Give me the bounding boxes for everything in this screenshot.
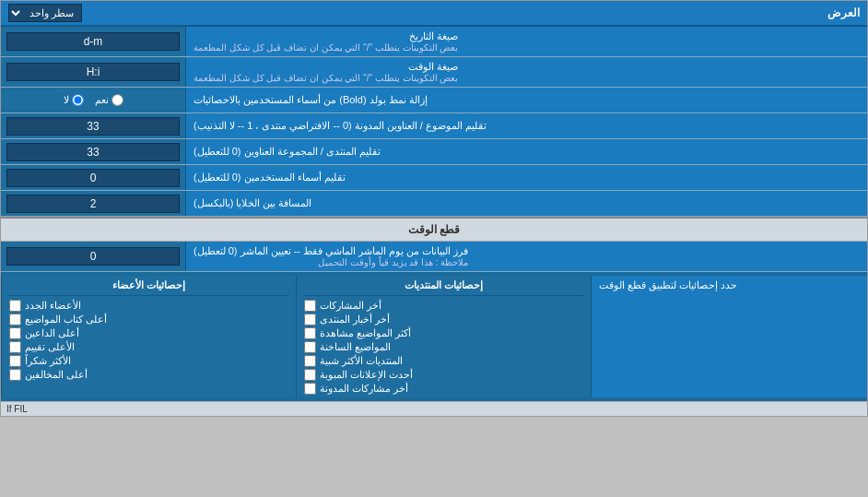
date-format-label: صيغة التاريخ بعض التكوينات يتطلب "/" الت… — [185, 27, 867, 56]
forum-title-input[interactable] — [6, 143, 180, 161]
bold-remove-label: إزالة نمط بولد (Bold) من أسماء المستخدمي… — [185, 88, 867, 112]
time-format-row: صيغة الوقت بعض التكوينات يتطلب "/" التي … — [1, 57, 867, 88]
bold-remove-row: إزالة نمط بولد (Bold) من أسماء المستخدمي… — [1, 88, 867, 113]
cell-spacing-row: المسافة بين الخلايا (بالبكسل) — [1, 191, 867, 217]
forum-stat-2-checkbox[interactable] — [304, 314, 316, 325]
forum-stats-col: إحصائيات المنتديات أخر المشاركات أخر أخب… — [296, 276, 591, 397]
main-container: العرض سطر واحد سطرين ثلاثة أسطر صيغة الت… — [0, 0, 868, 417]
cell-spacing-label: المسافة بين الخلايا (بالبكسل) — [185, 191, 867, 216]
bottom-note: If FIL — [1, 401, 867, 416]
bold-remove-radio-cell: نعم لا — [1, 88, 185, 112]
forum-stat-5: المنتديات الأكثر شبية — [304, 354, 583, 368]
date-format-row: صيغة التاريخ بعض التكوينات يتطلب "/" الت… — [1, 27, 867, 57]
time-cut-row: فرز البيانات من يوم الماشر الماشي فقط --… — [1, 242, 867, 272]
member-stat-3: أعلى الداعين — [9, 326, 288, 340]
cell-spacing-input-cell — [1, 191, 185, 216]
member-stat-6-checkbox[interactable] — [9, 369, 21, 381]
forum-stat-1: أخر المشاركات — [304, 299, 583, 313]
member-stat-4-checkbox[interactable] — [9, 341, 21, 353]
date-format-input-cell — [1, 27, 185, 56]
forum-stat-3-checkbox[interactable] — [304, 327, 316, 339]
member-stat-1-checkbox[interactable] — [9, 300, 21, 312]
time-cut-section-header: قطع الوقت — [1, 217, 867, 242]
forum-title-input-cell — [1, 139, 185, 164]
forum-title-label: تقليم المنتدى / المجموعة العناوين (0 للت… — [185, 139, 867, 164]
topic-title-label: تقليم الموضوع / العناوين المدونة (0 -- ا… — [185, 113, 867, 138]
forum-stat-3: أكثر المواضيع مشاهدة — [304, 326, 583, 340]
time-format-label: صيغة الوقت بعض التكوينات يتطلب "/" التي … — [185, 57, 867, 87]
member-stat-3-checkbox[interactable] — [9, 327, 21, 339]
display-select[interactable]: سطر واحد سطرين ثلاثة أسطر — [8, 4, 82, 22]
forum-stat-1-checkbox[interactable] — [304, 300, 316, 312]
forum-stat-2: أخر أخبار المنتدى — [304, 313, 583, 326]
member-stat-5-checkbox[interactable] — [9, 355, 21, 367]
checkboxes-container: حدد إحصائيات لتطبيق قطع الوقت إحصائيات ا… — [1, 272, 867, 401]
bold-remove-yes-radio[interactable] — [111, 94, 123, 106]
member-stat-5: الأكثر شكراً — [9, 354, 288, 368]
forum-stat-7-checkbox[interactable] — [304, 383, 316, 395]
member-stat-2: أعلى كتاب المواضيع — [9, 313, 288, 326]
time-cut-label: فرز البيانات من يوم الماشر الماشي فقط --… — [185, 242, 867, 271]
member-stat-2-checkbox[interactable] — [9, 314, 21, 325]
header-row: العرض سطر واحد سطرين ثلاثة أسطر — [1, 1, 867, 27]
forum-title-row: تقليم المنتدى / المجموعة العناوين (0 للت… — [1, 139, 867, 165]
forum-stat-4: المواضيع الساخنة — [304, 340, 583, 354]
forum-stat-6-checkbox[interactable] — [304, 369, 316, 381]
forum-stat-7: أخر مشاركات المدونة — [304, 382, 583, 396]
topic-title-input-cell — [1, 113, 185, 138]
forum-stat-5-checkbox[interactable] — [304, 355, 316, 367]
forum-stat-6: أحدث الإعلانات المبوبة — [304, 368, 583, 382]
forum-stats-title: إحصائيات المنتديات — [304, 278, 583, 296]
header-title: العرض — [827, 6, 860, 19]
topic-title-input[interactable] — [6, 117, 180, 136]
time-format-input-cell — [1, 57, 185, 87]
stats-apply-label: حدد إحصائيات لتطبيق قطع الوقت — [591, 276, 867, 397]
username-input-cell — [1, 165, 185, 190]
member-stat-1: الأعضاء الجدد — [9, 299, 288, 313]
date-format-input[interactable] — [6, 32, 180, 51]
cell-spacing-input[interactable] — [6, 195, 180, 213]
member-stats-col: إحصائيات الأعضاء الأعضاء الجدد أعلى كتاب… — [1, 276, 296, 397]
username-row: تقليم أسماء المستخدمين (0 للتعطيل) — [1, 165, 867, 191]
username-input[interactable] — [6, 169, 180, 187]
topic-title-row: تقليم الموضوع / العناوين المدونة (0 -- ا… — [1, 113, 867, 139]
bold-remove-yes-label[interactable]: نعم — [95, 94, 123, 106]
forum-stat-4-checkbox[interactable] — [304, 341, 316, 353]
time-cut-input[interactable] — [6, 247, 180, 266]
time-cut-input-cell — [1, 242, 185, 271]
bold-remove-no-radio[interactable] — [72, 94, 84, 106]
member-stat-6: أعلى المخالفين — [9, 368, 288, 382]
username-label: تقليم أسماء المستخدمين (0 للتعطيل) — [185, 165, 867, 190]
member-stat-4: الأعلى تقييم — [9, 340, 288, 354]
bold-remove-no-label[interactable]: لا — [64, 94, 84, 106]
member-stats-title: إحصائيات الأعضاء — [9, 278, 288, 296]
time-format-input[interactable] — [6, 63, 180, 81]
